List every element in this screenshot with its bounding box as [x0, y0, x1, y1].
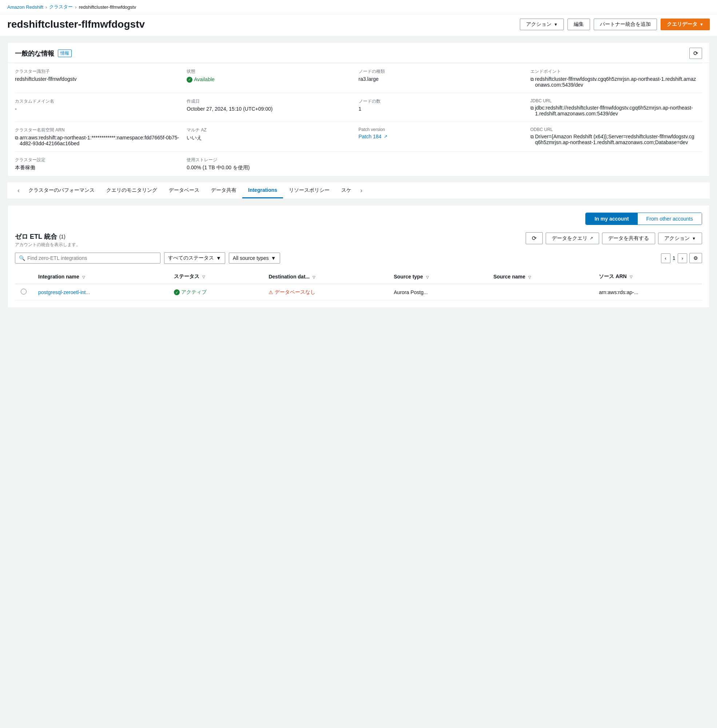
- search-box: 🔍: [15, 252, 160, 263]
- sort-icon-name: ▽: [82, 275, 85, 279]
- patch-version-cell: Patch version Patch 184 ↗: [358, 122, 530, 151]
- check-green-icon: [187, 76, 192, 83]
- table-cell-integration-name: postgresql-zeroetl-int...: [32, 284, 168, 300]
- table-header-source-arn[interactable]: ソース ARN ▽: [593, 270, 702, 284]
- etl-title-area: ゼロ ETL 統合 (1) アカウントの統合を表示します。: [15, 232, 80, 248]
- chevron-down-icon-source: ▼: [271, 255, 276, 261]
- multi-az-cell: マルチ AZ いいえ: [187, 122, 358, 151]
- table-cell-radio[interactable]: [15, 284, 32, 300]
- node-type-value: ra3.large: [358, 76, 525, 82]
- patch-version-label: Patch version: [358, 127, 525, 132]
- next-page-button[interactable]: ›: [678, 253, 687, 263]
- general-info-card: 一般的な情報 情報 ⟳ クラスター識別子 redshiftcluster-flf…: [7, 42, 710, 177]
- table-header-source-name[interactable]: Source name ▽: [487, 270, 593, 284]
- status-filter[interactable]: すべてのステータス ▼: [164, 252, 225, 264]
- jdbc-url-value: ⧉ jdbc:redshift://redshiftcluster-flfmwf…: [530, 105, 696, 116]
- tab-scale[interactable]: スケ: [336, 183, 357, 199]
- integrations-panel: In my account From other accounts ゼロ ETL…: [7, 205, 710, 308]
- table-cell-source-type: Aurora Postg...: [388, 284, 488, 300]
- edit-button[interactable]: 編集: [567, 18, 590, 30]
- odbc-url-value: ⧉ Driver={Amazon Redshift (x64)};Server=…: [530, 134, 696, 145]
- breadcrumb-sep-1: ›: [46, 5, 47, 10]
- cluster-identifier-value: redshiftcluster-flfmwfdogstv: [15, 76, 181, 82]
- row-radio-input[interactable]: [21, 289, 27, 294]
- empty-cell-4: [530, 151, 702, 176]
- pagination: ‹ 1 › ⚙: [661, 253, 702, 263]
- from-other-accounts-button[interactable]: From other accounts: [638, 213, 702, 225]
- chevron-down-icon-status: ▼: [216, 255, 221, 261]
- endpoint-value: ⧉ redshiftcluster-flfmwfdogstv.cgq6h5zmr…: [530, 76, 696, 88]
- tab-prev-button[interactable]: ‹: [15, 182, 23, 199]
- odbc-url-cell: ODBC URL ⧉ Driver={Amazon Redshift (x64)…: [530, 122, 702, 151]
- tab-next-button[interactable]: ›: [357, 182, 365, 199]
- tab-integrations[interactable]: Integrations: [242, 183, 283, 198]
- node-type-cell: ノードの種類 ra3.large: [358, 63, 530, 93]
- endpoint-cell: エンドポイント ⧉ redshiftcluster-flfmwfdogstv.c…: [530, 63, 702, 93]
- jdbc-url-cell: JDBC URL ⧉ jdbc:redshift://redshiftclust…: [530, 93, 702, 122]
- etl-actions: ⟳ データをクエリ ↗ データを共有する アクション: [526, 232, 702, 244]
- table-header-destination[interactable]: Destination dat... ▽: [262, 270, 388, 284]
- table-header-radio: [15, 270, 32, 284]
- custom-domain-value: -: [15, 106, 181, 112]
- created-at-cell: 作成日 October 27, 2024, 15:10 (UTC+09:00): [187, 93, 358, 122]
- breadcrumb-link-clusters[interactable]: クラスター: [49, 4, 73, 10]
- info-badge[interactable]: 情報: [58, 49, 72, 57]
- used-storage-cell: 使用ストレージ 0.00% (1 TB 中0.00 を使用): [187, 151, 358, 176]
- in-my-account-button[interactable]: In my account: [586, 213, 637, 225]
- copy-icon-odbc[interactable]: ⧉: [530, 134, 534, 140]
- cluster-config-cell: クラスター設定 本番稼働: [15, 151, 187, 176]
- status-badge-warning: データベースなし: [268, 289, 316, 295]
- share-data-button[interactable]: データを共有する: [602, 232, 655, 244]
- tab-database[interactable]: データベース: [163, 183, 205, 199]
- copy-icon-jdbc[interactable]: ⧉: [530, 105, 534, 111]
- multi-az-value: いいえ: [187, 135, 352, 141]
- sort-icon-source-type: ▽: [426, 275, 429, 279]
- tab-query-monitoring[interactable]: クエリのモニタリング: [101, 183, 163, 199]
- patch-version-link[interactable]: Patch 184: [358, 134, 381, 139]
- table-row: postgresql-zeroetl-int... アクティブ データベー: [15, 284, 702, 300]
- breadcrumb-link-redshift[interactable]: Amazon Redshift: [7, 5, 43, 10]
- search-input[interactable]: [27, 255, 156, 261]
- search-icon: 🔍: [19, 255, 25, 261]
- info-row-2: カスタムドメイン名 - 作成日 October 27, 2024, 15:10 …: [8, 93, 709, 122]
- add-partner-button[interactable]: パートナー統合を追加: [594, 18, 657, 30]
- tab-resource-policy[interactable]: リソースポリシー: [283, 183, 336, 199]
- account-toggle-group: In my account From other accounts: [585, 213, 702, 225]
- actions-button[interactable]: アクション: [520, 18, 564, 30]
- breadcrumb: Amazon Redshift › クラスター › redshiftcluste…: [0, 0, 717, 14]
- query-data-etl-button[interactable]: データをクエリ ↗: [546, 232, 599, 244]
- patch-version-value: Patch 184 ↗: [358, 134, 525, 139]
- jdbc-url-label: JDBC URL: [530, 98, 696, 103]
- integrations-table: Integration name ▽ ステータス ▽ Destination d…: [15, 270, 702, 300]
- general-refresh-button[interactable]: ⟳: [690, 48, 702, 59]
- active-check-icon: [174, 289, 180, 295]
- sort-icon-source-name: ▽: [528, 275, 531, 279]
- custom-domain-cell: カスタムドメイン名 -: [15, 93, 187, 122]
- multi-az-label: マルチ AZ: [187, 127, 352, 133]
- etl-refresh-button[interactable]: ⟳: [526, 232, 543, 244]
- info-row-4: クラスター設定 本番稼働 使用ストレージ 0.00% (1 TB 中0.00 を…: [8, 151, 709, 176]
- copy-icon-arn[interactable]: ⧉: [15, 135, 18, 141]
- integration-name-link[interactable]: postgresql-zeroetl-int...: [38, 289, 90, 295]
- etl-actions-button[interactable]: アクション: [658, 232, 702, 244]
- sort-icon-source-arn: ▽: [630, 275, 633, 279]
- query-data-button[interactable]: クエリデータ: [661, 18, 710, 30]
- prev-page-button[interactable]: ‹: [661, 253, 670, 263]
- table-header-integration-name[interactable]: Integration name ▽: [32, 270, 168, 284]
- cluster-identifier-label: クラスター識別子: [15, 69, 181, 75]
- status-cell: 状態 Available: [187, 63, 358, 93]
- sort-icon-status: ▽: [202, 275, 205, 279]
- copy-icon-endpoint[interactable]: ⧉: [530, 76, 534, 82]
- table-settings-button[interactable]: ⚙: [690, 253, 702, 263]
- table-header-status[interactable]: ステータス ▽: [168, 270, 263, 284]
- cluster-arn-cell: クラスター名前空間 ARN ⧉ arn:aws:redshift:ap-nort…: [15, 122, 187, 151]
- empty-cell-3: [358, 151, 530, 176]
- endpoint-label: エンドポイント: [530, 69, 696, 75]
- source-type-filter[interactable]: All source types ▼: [229, 252, 280, 263]
- status-badge-active: アクティブ: [174, 289, 207, 295]
- tab-cluster-performance[interactable]: クラスターのパフォーマンス: [23, 183, 101, 199]
- tab-data-share[interactable]: データ共有: [205, 183, 242, 199]
- table-cell-status: アクティブ: [168, 284, 263, 300]
- etl-count: (1): [59, 234, 66, 240]
- table-header-source-type[interactable]: Source type ▽: [388, 270, 488, 284]
